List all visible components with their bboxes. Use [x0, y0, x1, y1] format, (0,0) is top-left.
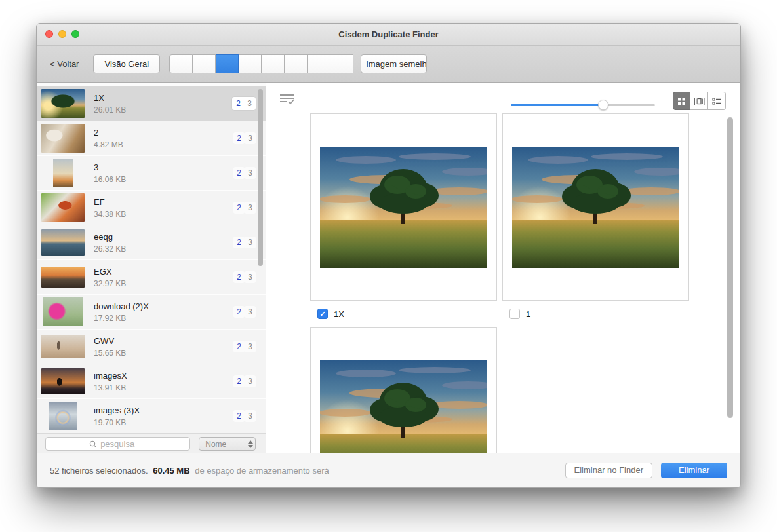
duplicate-cards-grid: 1X 1 — [310, 113, 694, 453]
duplicate-card[interactable]: 1 — [502, 113, 689, 327]
file-thumbnail — [41, 89, 85, 118]
duplicate-count-badge: 2 3 — [231, 96, 256, 111]
image-frame[interactable] — [502, 113, 689, 301]
search-field[interactable] — [45, 437, 190, 451]
selected-count: 2 — [233, 132, 245, 144]
duplicate-label: 1 — [526, 309, 530, 319]
carousel-view-button[interactable] — [690, 92, 708, 110]
app-window: Cisdem Duplicate Finder < Voltar Visão G… — [36, 23, 741, 488]
selected-count: 2 — [233, 271, 245, 283]
file-name: images (3)X — [94, 406, 233, 415]
thumbnail-box — [41, 89, 85, 118]
list-check-icon — [279, 93, 295, 105]
file-thumbnail — [41, 124, 85, 153]
total-count: 3 — [245, 237, 256, 248]
category-tab[interactable] — [193, 54, 216, 73]
overview-button[interactable]: Visão Geral — [93, 54, 160, 73]
duplicate-card[interactable]: 1X — [310, 113, 497, 327]
main-scrollbar-thumb[interactable] — [727, 117, 733, 418]
sort-value: Nome — [199, 440, 245, 449]
file-size: 4.82 MB — [94, 140, 233, 149]
file-thumbnail — [41, 267, 85, 288]
list-item[interactable]: 3 16.06 KB 2 3 — [37, 156, 266, 191]
search-input[interactable] — [100, 439, 146, 449]
slider-knob[interactable] — [598, 100, 608, 110]
duplicate-card[interactable] — [310, 327, 497, 453]
category-tab[interactable] — [285, 54, 308, 73]
duplicate-count-badge: 2 3 — [233, 409, 256, 423]
category-tab[interactable] — [169, 54, 193, 73]
total-count: 3 — [245, 375, 256, 387]
list-item[interactable]: 1X 26.01 KB 2 3 — [37, 86, 266, 121]
list-item[interactable]: GWV 15.65 KB 2 3 — [37, 330, 266, 364]
file-thumbnail — [41, 229, 85, 256]
category-tab[interactable] — [308, 54, 330, 73]
duplicate-count-badge: 2 3 — [233, 132, 256, 145]
sidebar-scrollbar-thumb[interactable] — [258, 89, 263, 266]
delete-button[interactable]: Eliminar — [661, 463, 727, 478]
total-count: 3 — [244, 98, 255, 109]
file-size: 34.38 KB — [94, 210, 233, 219]
total-count: 3 — [245, 167, 256, 179]
file-thumbnail — [41, 368, 85, 394]
duplicate-count-badge: 2 3 — [233, 271, 256, 284]
stepper-arrows-icon — [245, 438, 255, 450]
carousel-icon — [694, 97, 705, 105]
image-frame[interactable] — [310, 327, 497, 453]
category-tab[interactable] — [216, 54, 239, 73]
list-view-button[interactable] — [708, 92, 726, 110]
file-name: 2 — [94, 128, 233, 138]
list-item[interactable]: eeqg 26.32 KB 2 3 — [37, 225, 266, 260]
duplicate-image-preview — [512, 147, 679, 268]
file-size: 15.65 KB — [94, 349, 233, 358]
duplicate-list: 1X 26.01 KB 2 3 — [37, 86, 266, 433]
file-meta: eeqg 26.32 KB — [94, 232, 233, 254]
back-button[interactable]: < Voltar — [50, 59, 79, 69]
grid-view-button[interactable] — [673, 92, 690, 110]
list-item[interactable]: EGX 32.97 KB 2 3 — [37, 260, 266, 295]
card-check-row: 1X — [310, 301, 497, 327]
content-area: 1X 26.01 KB 2 3 — [37, 83, 740, 453]
preview-panel: 1X 1 — [266, 83, 740, 453]
file-meta: GWV 15.65 KB — [94, 336, 233, 358]
category-tab[interactable] — [262, 54, 285, 73]
category-tab[interactable] — [330, 54, 353, 73]
file-size: 19.70 KB — [94, 418, 233, 427]
file-meta: 1X 26.01 KB — [94, 93, 231, 115]
file-thumbnail — [49, 402, 77, 430]
similar-image-button[interactable]: Imagem semelhante — [361, 54, 427, 73]
list-item[interactable]: images (3)X 19.70 KB 2 3 — [37, 399, 266, 433]
thumbnail-box — [41, 193, 85, 222]
total-count: 3 — [245, 410, 256, 422]
duplicate-count-badge: 2 3 — [233, 166, 256, 180]
list-item[interactable]: 2 4.82 MB 2 3 — [37, 121, 266, 156]
duplicate-count-badge: 2 3 — [233, 201, 256, 214]
list-item[interactable]: imagesX 13.91 KB 2 3 — [37, 364, 266, 399]
list-item[interactable]: download (2)X 17.92 KB 2 3 — [37, 295, 266, 330]
duplicate-checkbox[interactable] — [317, 309, 328, 319]
list-item[interactable]: EF 34.38 KB 2 3 — [37, 191, 266, 225]
duplicate-count-badge: 2 3 — [233, 236, 256, 249]
select-list-button[interactable] — [279, 93, 295, 105]
image-frame[interactable] — [310, 113, 497, 301]
file-meta: imagesX 13.91 KB — [94, 371, 233, 392]
file-meta: 3 16.06 KB — [94, 162, 233, 184]
selected-count: 2 — [233, 98, 244, 109]
selected-count: 2 — [233, 410, 245, 422]
file-name: EF — [94, 197, 233, 207]
selected-count: 2 — [233, 306, 245, 318]
file-meta: download (2)X 17.92 KB — [94, 301, 233, 323]
screen: Cisdem Duplicate Finder < Voltar Visão G… — [0, 0, 777, 532]
duplicate-checkbox[interactable] — [509, 309, 520, 319]
sort-select[interactable]: Nome — [199, 437, 256, 451]
card-check-row: 1 — [502, 301, 689, 327]
selected-count: 2 — [233, 237, 245, 248]
list-icon — [712, 97, 722, 105]
category-tab[interactable] — [239, 54, 262, 73]
file-thumbnail — [53, 159, 73, 187]
duplicate-count-badge: 2 3 — [233, 305, 256, 318]
thumbnail-zoom-slider[interactable] — [511, 100, 655, 110]
thumbnail-box — [41, 159, 85, 187]
delete-in-finder-button[interactable]: Eliminar no Finder — [565, 463, 653, 478]
total-count: 3 — [245, 132, 256, 144]
